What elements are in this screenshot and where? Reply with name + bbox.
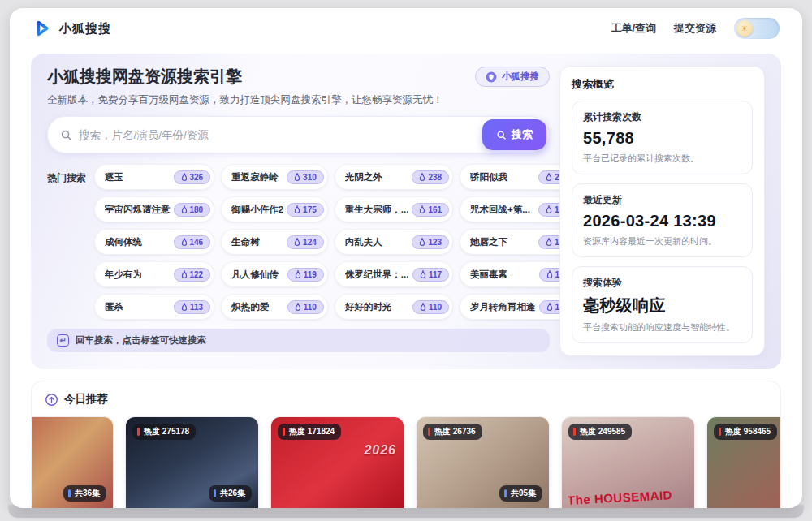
flame-icon (419, 205, 425, 214)
stat-value: 2026-03-24 13:39 (583, 212, 741, 230)
hot-tag-count: 119 (304, 270, 317, 279)
recommend-card[interactable]: 热度 958465 共40集 电视剧 热榜 剧情 (706, 416, 781, 508)
heat-badge: 热度 171824 (278, 424, 341, 440)
hot-tag-count: 180 (190, 205, 204, 214)
nav-link-submit[interactable]: 提交资源 (674, 21, 716, 36)
security-badge-label: 小狐搜搜 (502, 71, 539, 83)
hot-tag[interactable]: 重返寂静岭310 (221, 164, 328, 190)
hot-tag[interactable]: 好好的时光110 (335, 294, 453, 320)
hot-tag-count: 124 (303, 238, 317, 247)
hot-tag-count: 161 (428, 205, 442, 214)
stat-label: 累计搜索次数 (583, 110, 741, 124)
flame-icon (181, 303, 188, 312)
hot-tag[interactable]: 重生大宗师，...161 (335, 196, 453, 222)
heat-badge: 热度 958465 (714, 424, 777, 440)
hot-tag-count-badge: 326 (174, 170, 211, 184)
hot-tag[interactable]: 侏罗纪世界：...117 (335, 261, 453, 287)
subtitle: 全新版本，免费分享百万级网盘资源，致力打造顶尖网盘搜索引擎，让您畅享资源无忧！ (47, 93, 550, 107)
poster-image: 热度 26736 共95集 (417, 417, 549, 508)
hot-tag[interactable]: 凡人修仙传119 (221, 261, 328, 287)
hot-tag-count-badge: 175 (287, 203, 324, 217)
search-hint-text: 回车搜索，点击标签可快速搜索 (76, 334, 206, 347)
hot-search-label: 热门搜索 (47, 164, 86, 320)
episode-bar-icon (504, 489, 507, 497)
recommend-card[interactable]: 热度 249585 The HOUSEMAID 电影 热榜 剧情 悬疑 (561, 416, 695, 508)
heat-badge: 热度 249585 (568, 424, 632, 440)
poster-image: 热度 275178 共26集 (126, 417, 258, 508)
security-badge: 小狐搜搜 (475, 67, 550, 87)
hot-tag[interactable]: 逐玉326 (94, 164, 214, 190)
overview-panel: 搜索概览 累计搜索次数 55,788 平台已记录的累计搜索次数。 最近更新 20… (559, 66, 765, 356)
brand[interactable]: 小狐搜搜 (32, 19, 111, 38)
recommend-card[interactable]: 热度 26736 共95集 短剧 热榜 都市 脑洞 (416, 416, 550, 508)
hot-tag-count-badge: 117 (412, 268, 449, 282)
hot-tag-label: 骄阳似我 (470, 171, 508, 183)
hot-tag-count: 113 (190, 303, 203, 312)
search-button[interactable]: 搜索 (482, 119, 546, 150)
navbar: 小狐搜搜 工单/查询 提交资源 ☀ (10, 8, 802, 49)
hot-tag-count: 117 (429, 270, 442, 279)
recommend-title: 今日推荐 (64, 392, 108, 407)
flame-icon (546, 205, 552, 214)
hot-tag[interactable]: 光阴之外238 (335, 164, 453, 190)
heat-text: 热度 275178 (144, 426, 189, 437)
hot-tag-count: 326 (190, 173, 204, 182)
hot-tag-label: 美丽毒素 (470, 269, 508, 281)
recommend-card[interactable]: 共36集 剧情 爱情 (31, 416, 114, 508)
hot-tag[interactable]: 生命树124 (221, 229, 328, 255)
hot-tag[interactable]: 内乱夫人123 (335, 229, 453, 255)
hot-tag-label: 重返寂静岭 (231, 171, 279, 183)
hot-tag-count: 146 (190, 238, 204, 247)
poster-image: 热度 958465 共40集 (707, 417, 781, 508)
flame-icon (294, 205, 300, 214)
stat-desc: 平台已记录的累计搜索次数。 (583, 153, 741, 165)
flame-icon (181, 270, 188, 279)
hot-tag[interactable]: 御赐小仵作2175 (221, 196, 328, 222)
hot-tag-count-badge: 146 (174, 235, 211, 249)
hot-tag-count-badge: 161 (412, 203, 449, 217)
hot-tag-label: 好好的时光 (345, 301, 392, 313)
recommend-header: 今日推荐 (45, 392, 767, 407)
flame-icon (546, 303, 553, 312)
hot-tag-count-badge: 238 (412, 170, 449, 184)
hot-tag[interactable]: 炽热的爱110 (221, 294, 328, 320)
search-bar: 搜索 (47, 116, 550, 153)
poster-image: 热度 249585 The HOUSEMAID (562, 417, 694, 508)
shield-icon (486, 71, 497, 83)
hot-tag-count-badge: 180 (174, 203, 211, 217)
recommend-section: 今日推荐 共36集 剧情 爱情 热度 275178 共26集 动漫 (31, 381, 781, 508)
hot-tag[interactable]: 成何体统146 (94, 229, 214, 255)
flame-icon (420, 303, 426, 312)
hot-tag-label: 岁月转角再相逢 (470, 301, 536, 313)
recommend-card[interactable]: 热度 275178 共26集 动漫 热榜 动作 动画 (125, 416, 259, 508)
heat-text: 热度 958465 (725, 426, 771, 437)
flame-icon (294, 173, 300, 182)
episodes-badge: 共36集 (63, 485, 106, 502)
recommend-carousel[interactable]: 共36集 剧情 爱情 热度 275178 共26集 动漫 热榜 动作 动画 (31, 416, 767, 508)
hot-tag-label: 逐玉 (105, 171, 123, 183)
stat-value: 55,788 (583, 129, 741, 148)
hero-section: 小狐搜搜网盘资源搜索引擎 小狐搜搜 全新版本，免费分享百万级网盘资源，致力打造顶… (47, 66, 550, 356)
flame-icon (546, 173, 552, 182)
hot-tag[interactable]: 匿杀113 (94, 294, 214, 320)
sun-icon: ☀ (736, 20, 753, 37)
flame-icon (420, 270, 426, 279)
search-input[interactable] (79, 129, 476, 141)
recommend-card[interactable]: 热度 171824 2026 综艺 热榜 真人秀 (270, 416, 404, 508)
heat-bar-icon (573, 428, 576, 436)
stat-card-total-searches: 累计搜索次数 55,788 平台已记录的累计搜索次数。 (572, 101, 753, 174)
page-title: 小狐搜搜网盘资源搜索引擎 (47, 66, 242, 88)
hot-tag-label: 内乱夫人 (345, 236, 382, 248)
heat-badge: 热度 26736 (423, 424, 482, 440)
search-button-icon (496, 130, 507, 140)
hot-tag[interactable]: 宇宙闪烁请注意180 (94, 196, 214, 222)
poster-text: 2026 (364, 443, 396, 458)
hot-tag[interactable]: 年少有为122 (94, 261, 214, 287)
hot-tag-count-badge: 310 (287, 170, 324, 184)
nav-link-tickets[interactable]: 工单/查询 (611, 21, 656, 36)
hot-tag-count-badge: 113 (174, 300, 210, 314)
flame-icon (419, 173, 425, 182)
hot-tag-label: 年少有为 (105, 269, 142, 281)
theme-toggle[interactable]: ☀ (734, 18, 780, 39)
hot-tag-count-badge: 122 (174, 268, 211, 282)
